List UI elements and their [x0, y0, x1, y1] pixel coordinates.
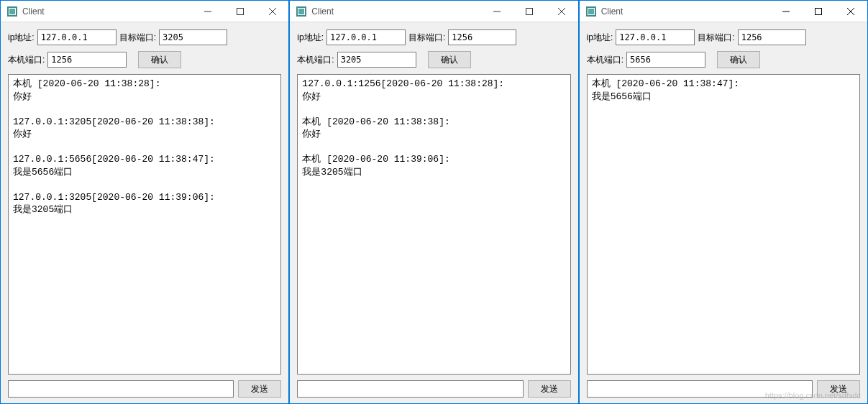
send-input[interactable] — [8, 380, 234, 398]
local-port-label: 本机端口: — [297, 54, 334, 66]
window-title: Client — [311, 6, 480, 17]
svg-rect-9 — [526, 8, 533, 14]
svg-rect-13 — [588, 9, 594, 14]
minimize-button[interactable] — [770, 1, 803, 22]
send-button[interactable]: 发送 — [238, 380, 281, 398]
ip-input[interactable] — [616, 29, 695, 45]
local-port-label: 本机端口: — [587, 54, 623, 66]
target-port-label: 目标端口: — [408, 32, 445, 44]
client-area: ip地址: 目标端口: 本机端口: 确认 本机 [2020-06-20 11:3… — [1, 22, 288, 403]
svg-line-4 — [269, 8, 276, 15]
local-port-row: 本机端口: 确认 — [297, 51, 570, 68]
svg-rect-7 — [298, 9, 304, 14]
ip-row: ip地址: 目标端口: — [8, 29, 281, 45]
ip-row: ip地址: 目标端口: — [587, 29, 860, 45]
target-port-input[interactable] — [448, 29, 516, 45]
ip-label: ip地址: — [587, 32, 613, 44]
close-button[interactable] — [256, 1, 288, 22]
target-port-input[interactable] — [738, 29, 806, 45]
minimize-button[interactable] — [481, 1, 513, 22]
titlebar[interactable]: Client — [1, 1, 288, 22]
svg-line-10 — [558, 8, 565, 15]
window-controls — [770, 1, 867, 22]
send-button[interactable]: 发送 — [528, 380, 571, 398]
window-controls — [191, 1, 288, 22]
local-port-label: 本机端口: — [8, 54, 45, 66]
confirm-button[interactable]: 确认 — [138, 51, 181, 68]
window-title: Client — [601, 6, 770, 17]
client-window: Client ip地址: 目标端口: 本机端口: 确认 本机 [2020-06-… — [579, 0, 868, 404]
client-window: Client ip地址: 目标端口: 本机端口: 确认 127.0.0.1:12… — [289, 0, 578, 404]
send-row: 发送 — [297, 380, 570, 398]
local-port-input[interactable] — [47, 52, 127, 68]
titlebar[interactable]: Client — [580, 1, 867, 22]
close-button[interactable] — [546, 1, 578, 22]
target-port-label: 目标端口: — [119, 32, 156, 44]
message-log[interactable]: 本机 [2020-06-20 11:38:47]: 我是5656端口 — [587, 74, 860, 375]
app-icon — [585, 6, 597, 17]
window-title: Client — [22, 6, 191, 17]
ip-label: ip地址: — [297, 32, 324, 44]
app-icon — [296, 6, 307, 17]
message-log[interactable]: 127.0.0.1:1256[2020-06-20 11:38:28]: 你好 … — [297, 74, 570, 375]
local-port-input[interactable] — [337, 52, 416, 68]
close-button[interactable] — [835, 1, 867, 22]
svg-line-16 — [847, 8, 854, 15]
target-port-input[interactable] — [159, 29, 227, 45]
svg-rect-15 — [816, 8, 822, 14]
local-port-row: 本机端口: 确认 — [587, 51, 860, 68]
maximize-button[interactable] — [513, 1, 546, 22]
send-button[interactable]: 发送 — [817, 380, 860, 398]
ip-input[interactable] — [37, 29, 117, 45]
local-port-input[interactable] — [626, 52, 705, 68]
ip-row: ip地址: 目标端口: — [297, 29, 570, 45]
client-area: ip地址: 目标端口: 本机端口: 确认 本机 [2020-06-20 11:3… — [580, 22, 867, 403]
titlebar[interactable]: Client — [290, 1, 577, 22]
svg-line-5 — [269, 8, 276, 15]
app-icon — [6, 6, 18, 17]
send-input[interactable] — [297, 380, 523, 398]
ip-input[interactable] — [326, 29, 406, 45]
client-area: ip地址: 目标端口: 本机端口: 确认 127.0.0.1:1256[2020… — [290, 22, 577, 403]
svg-line-17 — [847, 8, 854, 15]
svg-rect-1 — [9, 9, 15, 14]
local-port-row: 本机端口: 确认 — [8, 51, 281, 68]
svg-rect-3 — [237, 8, 243, 14]
send-input[interactable] — [587, 380, 813, 398]
svg-line-11 — [558, 8, 565, 15]
message-log[interactable]: 本机 [2020-06-20 11:38:28]: 你好 127.0.0.1:3… — [8, 74, 281, 375]
client-window: Client ip地址: 目标端口: 本机端口: 确认 本机 [2020-06-… — [0, 0, 289, 404]
confirm-button[interactable]: 确认 — [428, 51, 471, 68]
target-port-label: 目标端口: — [698, 32, 734, 44]
window-controls — [481, 1, 578, 22]
send-row: 发送 — [8, 380, 281, 398]
send-row: 发送 — [587, 380, 860, 398]
maximize-button[interactable] — [803, 1, 835, 22]
maximize-button[interactable] — [224, 1, 256, 22]
minimize-button[interactable] — [191, 1, 224, 22]
ip-label: ip地址: — [8, 32, 35, 44]
confirm-button[interactable]: 确认 — [717, 51, 760, 68]
